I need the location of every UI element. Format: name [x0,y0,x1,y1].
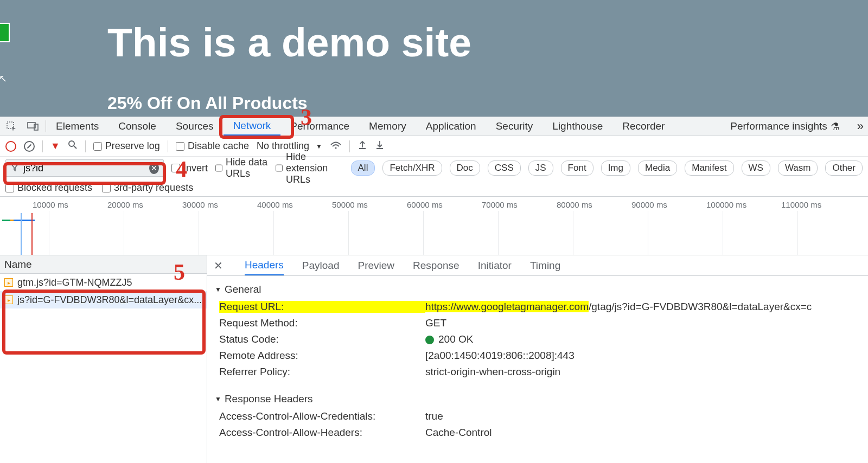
section-general[interactable]: ▼General [215,280,860,299]
filter-media[interactable]: Media [638,160,677,176]
page-title: This is a demo site [107,19,471,66]
tab-elements[interactable]: Elements [46,117,108,136]
section-response-headers[interactable]: ▼Response Headers [215,390,860,408]
filter-wasm[interactable]: Wasm [778,160,818,176]
tab-security[interactable]: Security [486,117,543,136]
tab-performance[interactable]: Performance [280,117,359,136]
page-subtitle: 25% Off On All Products [107,93,308,113]
invert-checkbox[interactable]: Invert [171,163,208,174]
filter-ws[interactable]: WS [742,160,770,176]
header-row: Request Method:GET [215,315,860,331]
timeline-marker-load [31,213,33,255]
tab-network[interactable]: Network [224,117,281,136]
divider [168,140,168,152]
filter-input-wrap: ✕ [5,159,164,177]
inspect-icon[interactable] [2,118,21,135]
devtools-tabstrip: Elements Console Sources Network Perform… [0,117,868,136]
filter-font[interactable]: Font [561,160,593,176]
detail-tab-initiator[interactable]: Initiator [478,260,512,272]
device-toggle-icon[interactable] [24,118,42,135]
blocked-requests-checkbox[interactable]: Blocked requests [5,182,92,194]
filter-img[interactable]: Img [601,160,630,176]
script-icon: ▸ [4,278,13,287]
detail-tabs: ✕ Headers Payload Preview Response Initi… [207,255,868,276]
third-party-checkbox[interactable]: 3rd-party requests [102,182,193,194]
filter-doc[interactable]: Doc [450,160,480,176]
divider [85,140,86,152]
detail-tab-preview[interactable]: Preview [358,260,395,272]
filter-manifest[interactable]: Manifest [685,160,733,176]
header-row: Status Code:200 OK [215,331,860,348]
record-button[interactable] [5,141,16,152]
tab-sources[interactable]: Sources [166,117,224,136]
close-icon[interactable]: ✕ [214,259,223,272]
search-icon[interactable] [68,140,78,152]
filter-other[interactable]: Other [825,160,863,176]
filter-all[interactable]: All [351,160,375,176]
tab-memory[interactable]: Memory [359,117,416,136]
request-details: ✕ Headers Payload Preview Response Initi… [207,255,868,463]
upload-har-icon[interactable] [358,140,367,152]
hide-ext-urls-checkbox[interactable]: Hide extension URLs [276,151,343,185]
timeline-marker-domcontent [21,213,22,255]
tab-application[interactable]: Application [416,117,486,136]
timeline-overview[interactable]: 10000 ms20000 ms30000 ms40000 ms50000 ms… [0,197,868,255]
detail-tab-timing[interactable]: Timing [530,260,560,272]
svg-point-3 [69,141,74,146]
network-toolbar-3: Blocked requests 3rd-party requests [0,179,868,197]
hide-data-urls-checkbox[interactable]: Hide data URLs [215,157,268,179]
preserve-log-checkbox[interactable]: Preserve log [93,140,160,152]
detail-tab-payload[interactable]: Payload [302,260,340,272]
script-icon: ▸ [4,295,13,304]
filter-css[interactable]: CSS [488,160,521,176]
filter-toggle-icon[interactable]: ▼ [50,140,60,152]
network-toolbar-2: ✕ Invert Hide data URLs Hide extension U… [0,157,868,179]
request-name: js?id=G-FVDBDW3R80&l=dataLayer&cx... [17,294,202,306]
divider [349,140,350,152]
filter-input[interactable] [23,163,149,174]
svg-rect-2 [34,124,38,130]
cursor-icon: ↖ [0,73,7,85]
request-row[interactable]: ▸ js?id=G-FVDBDW3R80&l=dataLayer&cx... [0,291,207,308]
clear-button[interactable] [24,141,35,152]
timeline-bar [2,220,35,221]
request-list: Name ▸ gtm.js?id=GTM-NQMZZJ5 ▸ js?id=G-F… [0,255,207,463]
svg-point-5 [335,147,336,149]
tab-lighthouse[interactable]: Lighthouse [542,117,612,136]
more-tabs-icon[interactable]: » [857,119,864,133]
request-name: gtm.js?id=GTM-NQMZZJ5 [17,277,132,288]
header-row: Referrer Policy:strict-origin-when-cross… [215,364,860,380]
download-har-icon[interactable] [375,140,385,152]
clear-filter-icon[interactable]: ✕ [149,162,159,174]
flask-icon: ⚗ [831,120,840,133]
throttling-select[interactable]: No throttling▼ [257,140,322,152]
divider [42,140,43,152]
header-row: Request URL:https://www.googletagmanager… [215,299,860,315]
filter-js[interactable]: JS [528,160,553,176]
filter-fetchxhr[interactable]: Fetch/XHR [382,160,442,176]
floating-badge [0,23,10,42]
request-list-header[interactable]: Name [0,255,207,274]
header-row: Access-Control-Allow-Headers:Cache-Contr… [215,425,860,441]
header-row: Remote Address:[2a00:1450:4019:806::2008… [215,348,860,364]
disable-cache-checkbox[interactable]: Disable cache [176,140,249,152]
funnel-icon [10,163,19,174]
tab-console[interactable]: Console [108,117,166,136]
request-row[interactable]: ▸ gtm.js?id=GTM-NQMZZJ5 [0,274,207,291]
detail-tab-headers[interactable]: Headers [245,259,284,275]
tab-perf-insights[interactable]: Performance insights⚗ [720,117,849,136]
svg-line-4 [74,146,76,149]
header-row: Access-Control-Allow-Credentials:true [215,408,860,425]
detail-tab-response[interactable]: Response [413,260,459,272]
tab-recorder[interactable]: Recorder [612,117,674,136]
network-toolbar-1: ▼ Preserve log Disable cache No throttli… [0,136,868,157]
